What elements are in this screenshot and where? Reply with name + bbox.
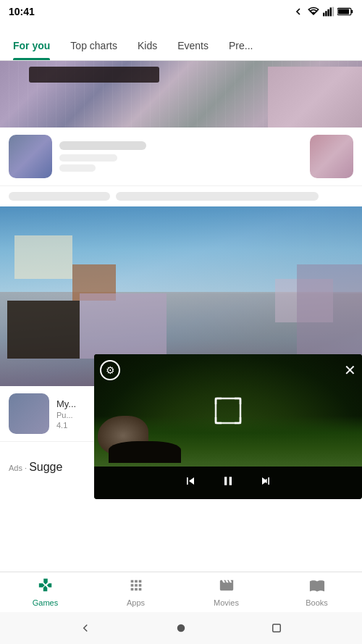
tab-kids[interactable]: Kids <box>127 23 167 60</box>
ads-label-text: Ads · Sugge <box>9 461 62 474</box>
status-icons <box>292 6 353 17</box>
back-button[interactable] <box>75 618 96 638</box>
status-bar: 10:41 <box>0 0 362 23</box>
bottom-nav-movies[interactable]: Movies <box>181 577 272 607</box>
movies-label: Movies <box>214 598 239 607</box>
battery-icon <box>337 7 353 16</box>
video-background: ⚙ ✕ <box>94 354 362 467</box>
recents-button[interactable] <box>266 618 287 638</box>
video-fullscreen-area[interactable] <box>214 397 242 425</box>
svg-rect-3 <box>330 7 332 16</box>
ads-title-text: Sugge <box>29 461 62 473</box>
books-icon <box>309 577 325 597</box>
status-time: 10:41 <box>9 6 35 17</box>
movies-icon <box>219 577 235 597</box>
app-thumb-1-right <box>310 135 353 178</box>
home-button[interactable] <box>171 618 191 638</box>
video-next-button[interactable] <box>258 474 273 492</box>
nav-tabs: For you Top charts Kids Events Pre... <box>0 23 362 61</box>
ads-prefix: Ads · <box>9 464 29 472</box>
tab-top-charts[interactable]: Top charts <box>60 23 127 60</box>
svg-rect-1 <box>325 11 327 16</box>
section-label-row <box>0 186 362 206</box>
featured-banner[interactable] <box>0 61 362 127</box>
video-prev-button[interactable] <box>183 474 198 492</box>
apps-label: Apps <box>127 598 145 607</box>
app-info-1 <box>59 141 303 172</box>
back-arrow-icon <box>292 6 304 17</box>
video-player-overlay: ⚙ ✕ <box>94 354 362 499</box>
video-settings-button[interactable]: ⚙ <box>100 360 120 380</box>
video-cave-entrance <box>109 441 181 463</box>
apps-icon <box>128 577 144 597</box>
bottom-nav-games[interactable]: Games <box>0 577 90 607</box>
svg-rect-6 <box>351 10 353 14</box>
games-icon <box>38 577 54 597</box>
svg-rect-7 <box>338 9 349 14</box>
tab-events[interactable]: Events <box>167 23 219 60</box>
content-area: My... Pu... 4.1 Ads · Sugge ⚙ <box>0 61 362 572</box>
tab-premium[interactable]: Pre... <box>219 23 263 60</box>
bottom-nav-apps[interactable]: Apps <box>90 577 181 607</box>
svg-rect-10 <box>273 624 281 632</box>
bottom-nav-books[interactable]: Books <box>272 577 362 607</box>
svg-rect-2 <box>327 9 329 17</box>
svg-point-9 <box>177 624 185 632</box>
bottom-navigation: Games Apps Movies Books <box>0 572 362 612</box>
video-close-button[interactable]: ✕ <box>344 361 356 379</box>
svg-rect-4 <box>332 7 334 17</box>
books-label: Books <box>306 598 328 607</box>
video-pause-button[interactable] <box>221 474 235 492</box>
wifi-icon <box>307 7 320 17</box>
games-label: Games <box>33 598 58 607</box>
app-thumb-1 <box>9 135 52 178</box>
app-list-row-1[interactable] <box>0 127 362 186</box>
app-thumb-2 <box>9 393 49 434</box>
system-nav-bar <box>0 612 362 644</box>
video-controls-top: ⚙ ✕ <box>100 360 356 380</box>
svg-rect-8 <box>216 398 240 423</box>
tab-for-you[interactable]: For you <box>3 23 60 60</box>
video-controls-bottom <box>94 467 362 499</box>
svg-rect-0 <box>323 13 324 17</box>
signal-icon <box>323 7 334 17</box>
fullscreen-icon[interactable] <box>214 397 242 425</box>
